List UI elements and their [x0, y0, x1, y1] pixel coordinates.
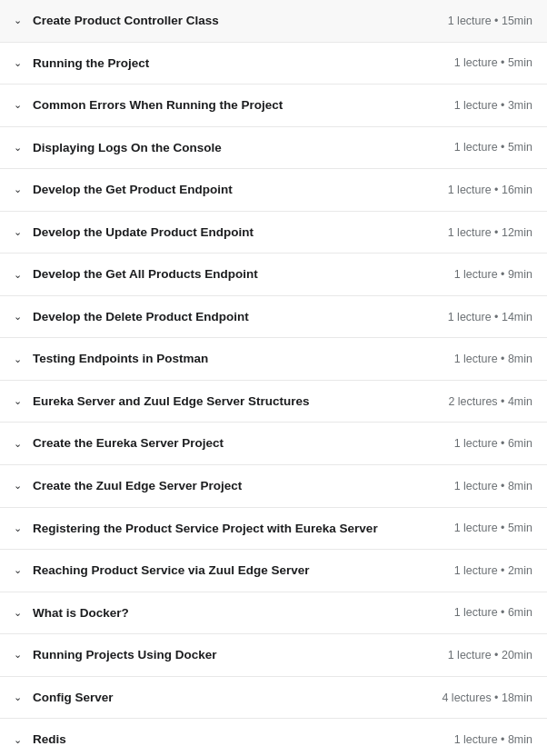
chevron-down-icon: ⌄: [11, 184, 24, 195]
course-title: Registering the Product Service Project …: [33, 521, 378, 537]
course-list: ⌄ Create Product Controller Class 1 lect…: [0, 0, 547, 756]
course-meta: 1 lecture • 8min: [454, 480, 532, 492]
course-item-left: ⌄ Reaching Product Service via Zuul Edge…: [11, 562, 440, 579]
course-item-left: ⌄ Registering the Product Service Projec…: [11, 521, 440, 537]
course-title: What is Docker?: [33, 605, 129, 622]
course-item[interactable]: ⌄ What is Docker? 1 lecture • 6min: [0, 592, 547, 635]
chevron-down-icon: ⌄: [11, 438, 24, 450]
course-item-left: ⌄ Running the Project: [11, 55, 440, 72]
course-item-left: ⌄ What is Docker?: [11, 605, 440, 622]
course-item-left: ⌄ Running Projects Using Docker: [11, 647, 433, 663]
course-title: Develop the Get All Products Endpoint: [33, 266, 258, 283]
course-item-left: ⌄ Config Server: [11, 690, 427, 706]
chevron-down-icon: ⌄: [11, 522, 24, 534]
course-item-left: ⌄ Develop the Delete Product Endpoint: [11, 309, 433, 325]
chevron-down-icon: ⌄: [11, 269, 24, 281]
course-title: Create Product Controller Class: [33, 13, 219, 29]
course-meta: 1 lecture • 5min: [454, 141, 532, 154]
course-title: Eureka Server and Zuul Edge Server Struc…: [33, 393, 310, 410]
course-item-left: ⌄ Create the Zuul Edge Server Project: [11, 478, 440, 494]
course-title: Develop the Delete Product Endpoint: [33, 309, 249, 325]
course-item[interactable]: ⌄ Displaying Logs On the Console 1 lectu…: [0, 127, 547, 170]
course-item-left: ⌄ Redis: [11, 731, 440, 748]
course-item[interactable]: ⌄ Config Server 4 lectures • 18min: [0, 677, 547, 720]
chevron-down-icon: ⌄: [11, 480, 24, 492]
chevron-down-icon: ⌄: [11, 226, 24, 238]
course-meta: 1 lecture • 8min: [454, 353, 532, 365]
chevron-down-icon: ⌄: [11, 353, 24, 365]
course-item-left: ⌄ Testing Endpoints in Postman: [11, 351, 440, 367]
course-item[interactable]: ⌄ Common Errors When Running the Project…: [0, 85, 547, 127]
course-title: Create the Eureka Server Project: [33, 435, 224, 452]
course-title: Testing Endpoints in Postman: [33, 351, 208, 367]
course-meta: 1 lecture • 2min: [454, 564, 532, 577]
course-item[interactable]: ⌄ Develop the Get Product Endpoint 1 lec…: [0, 169, 547, 212]
course-meta: 1 lecture • 6min: [454, 606, 532, 619]
chevron-down-icon: ⌄: [11, 564, 24, 576]
course-item[interactable]: ⌄ Registering the Product Service Projec…: [0, 508, 547, 551]
course-item-left: ⌄ Eureka Server and Zuul Edge Server Str…: [11, 393, 433, 410]
course-meta: 4 lectures • 18min: [442, 691, 532, 704]
course-item-left: ⌄ Create the Eureka Server Project: [11, 435, 440, 452]
course-item[interactable]: ⌄ Running the Project 1 lecture • 5min: [0, 43, 547, 85]
course-title: Config Server: [33, 690, 114, 706]
course-item-left: ⌄ Common Errors When Running the Project: [11, 97, 440, 114]
course-item[interactable]: ⌄ Eureka Server and Zuul Edge Server Str…: [0, 381, 547, 423]
course-item[interactable]: ⌄ Create the Zuul Edge Server Project 1 …: [0, 465, 547, 508]
chevron-down-icon: ⌄: [11, 142, 24, 154]
chevron-down-icon: ⌄: [11, 57, 24, 69]
course-meta: 2 lectures • 4min: [448, 395, 532, 408]
course-item[interactable]: ⌄ Develop the Get All Products Endpoint …: [0, 254, 547, 296]
course-item[interactable]: ⌄ Develop the Update Product Endpoint 1 …: [0, 212, 547, 254]
course-item-left: ⌄ Displaying Logs On the Console: [11, 140, 440, 156]
course-meta: 1 lecture • 20min: [448, 649, 532, 662]
course-title: Redis: [33, 731, 66, 748]
course-item[interactable]: ⌄ Reaching Product Service via Zuul Edge…: [0, 550, 547, 592]
course-title: Running Projects Using Docker: [33, 647, 217, 663]
chevron-down-icon: ⌄: [11, 734, 24, 746]
course-item[interactable]: ⌄ Running Projects Using Docker 1 lectur…: [0, 634, 547, 677]
course-meta: 1 lecture • 9min: [454, 268, 532, 281]
course-meta: 1 lecture • 16min: [448, 184, 532, 196]
course-meta: 1 lecture • 5min: [454, 56, 532, 69]
course-meta: 1 lecture • 12min: [448, 226, 532, 239]
course-item-left: ⌄ Develop the Get All Products Endpoint: [11, 266, 440, 283]
course-meta: 1 lecture • 15min: [448, 15, 532, 27]
course-title: Develop the Get Product Endpoint: [33, 182, 233, 198]
course-item[interactable]: ⌄ Testing Endpoints in Postman 1 lecture…: [0, 338, 547, 381]
course-meta: 1 lecture • 3min: [454, 99, 532, 112]
chevron-down-icon: ⌄: [11, 395, 24, 407]
course-meta: 1 lecture • 8min: [454, 733, 532, 746]
course-item-left: ⌄ Create Product Controller Class: [11, 13, 433, 29]
course-meta: 1 lecture • 5min: [454, 522, 532, 534]
course-title: Develop the Update Product Endpoint: [33, 224, 254, 241]
course-meta: 1 lecture • 14min: [448, 311, 532, 323]
course-item[interactable]: ⌄ Redis 1 lecture • 8min: [0, 719, 547, 756]
course-meta: 1 lecture • 6min: [454, 437, 532, 450]
course-title: Running the Project: [33, 55, 149, 72]
course-item-left: ⌄ Develop the Get Product Endpoint: [11, 182, 433, 198]
course-item[interactable]: ⌄ Create the Eureka Server Project 1 lec…: [0, 423, 547, 465]
course-title: Create the Zuul Edge Server Project: [33, 478, 242, 494]
chevron-down-icon: ⌄: [11, 311, 24, 323]
chevron-down-icon: ⌄: [11, 691, 24, 703]
chevron-down-icon: ⌄: [11, 649, 24, 661]
chevron-down-icon: ⌄: [11, 607, 24, 619]
course-title: Displaying Logs On the Console: [33, 140, 222, 156]
chevron-down-icon: ⌄: [11, 99, 24, 111]
course-item[interactable]: ⌄ Create Product Controller Class 1 lect…: [0, 0, 547, 43]
course-item-left: ⌄ Develop the Update Product Endpoint: [11, 224, 433, 241]
course-item[interactable]: ⌄ Develop the Delete Product Endpoint 1 …: [0, 296, 547, 339]
course-title: Reaching Product Service via Zuul Edge S…: [33, 562, 310, 579]
course-title: Common Errors When Running the Project: [33, 97, 283, 114]
chevron-down-icon: ⌄: [11, 15, 24, 26]
